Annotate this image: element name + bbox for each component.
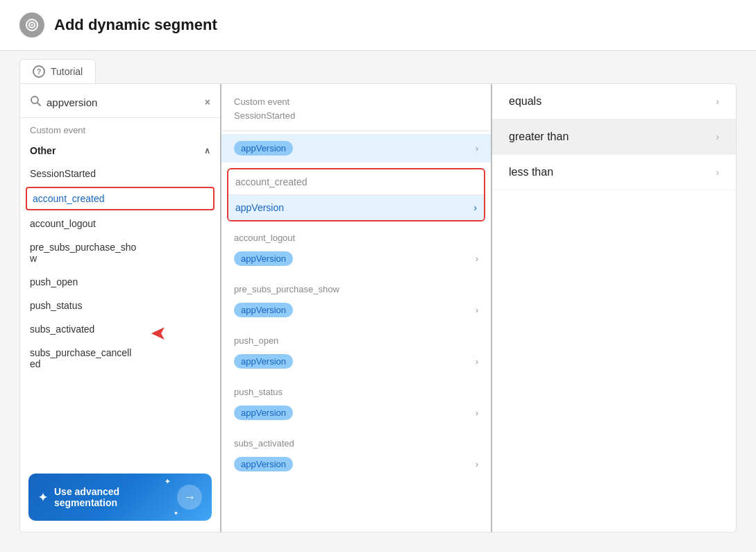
- greater-than-chevron-icon: ›: [716, 131, 719, 142]
- chevron-right-3: ›: [476, 306, 478, 315]
- chevron-right-2: ›: [476, 254, 478, 264]
- appversion-item-1[interactable]: appVersion ›: [221, 134, 491, 162]
- first-appversion-section: appVersion ›: [221, 131, 491, 165]
- tutorial-tab[interactable]: ? Tutorial: [19, 59, 96, 83]
- list-item-subs-purchase[interactable]: subs_purchase_cancelled: [20, 341, 220, 376]
- right-panel: equals › greater than › less than ›: [492, 84, 736, 532]
- header: Add dynamic segment: [0, 0, 756, 51]
- custom-event-label: Custom event: [20, 118, 220, 140]
- chevron-right-highlighted: ›: [473, 202, 477, 213]
- svg-line-4: [37, 103, 40, 106]
- advanced-segmentation-button[interactable]: ✦ Use advancedsegmentation → ✦ ✦: [28, 474, 212, 521]
- appversion-tag-3: appVersion: [234, 303, 293, 317]
- chevron-up-icon[interactable]: ∧: [204, 146, 210, 156]
- help-icon: ?: [33, 65, 45, 78]
- sparkle-bottom-icon: ✦: [174, 510, 178, 517]
- account-created-group-header: account_created: [228, 169, 484, 195]
- search-icon: [30, 95, 41, 109]
- list-item-pre-subs[interactable]: pre_subs_purchase_show: [20, 235, 220, 270]
- tab-bar: ? Tutorial: [0, 51, 756, 83]
- svg-point-2: [31, 24, 33, 26]
- appversion-item-5[interactable]: appVersion ›: [221, 399, 491, 427]
- list-item[interactable]: SessionStarted: [20, 162, 220, 185]
- tab-label: Tutorial: [51, 66, 83, 77]
- equals-item[interactable]: equals ›: [492, 84, 736, 119]
- sparkle-icon: ✦: [38, 491, 47, 504]
- segment-icon: [19, 12, 44, 37]
- equals-label: equals: [509, 95, 541, 108]
- greater-than-label: greater than: [509, 131, 569, 143]
- chevron-right-icon-1: ›: [476, 144, 478, 153]
- push-open-section: push_open appVersion ›: [221, 327, 491, 378]
- chevron-right-4: ›: [476, 357, 478, 367]
- search-input[interactable]: [47, 97, 199, 108]
- appversion-tag-highlighted: appVersion: [235, 202, 284, 213]
- account-logout-section: account_logout appVersion ›: [221, 224, 491, 276]
- appversion-item-highlighted[interactable]: appVersion ›: [228, 195, 484, 220]
- appversion-item-2[interactable]: appVersion ›: [221, 244, 491, 273]
- appversion-item-6[interactable]: appVersion ›: [221, 450, 491, 478]
- main-content: × Custom event Other ∧ SessionStarted ac…: [19, 83, 737, 533]
- list-item-push-status[interactable]: push_status: [20, 294, 220, 317]
- appversion-tag-4: appVersion: [234, 354, 293, 369]
- search-box: ×: [20, 84, 220, 118]
- session-started-label: SessionStarted: [234, 109, 478, 123]
- page-title: Add dynamic segment: [54, 16, 217, 34]
- red-arrow-icon: ➤: [151, 321, 167, 344]
- less-than-item[interactable]: less than ›: [492, 155, 736, 190]
- clear-search-button[interactable]: ×: [205, 97, 210, 108]
- chevron-right-6: ›: [476, 460, 478, 469]
- greater-than-item[interactable]: greater than ›: [492, 119, 736, 155]
- list-item-subs-activated[interactable]: subs_activated: [20, 317, 220, 341]
- appversion-tag-1: appVersion: [234, 141, 293, 156]
- app-container: Add dynamic segment ? Tutorial ×: [0, 0, 756, 552]
- push-status-sublabel: push_status: [221, 381, 491, 399]
- list-item-push-open[interactable]: push_open: [20, 270, 220, 294]
- appversion-tag-5: appVersion: [234, 405, 293, 420]
- custom-event-name: Custom event: [234, 95, 478, 109]
- appversion-item-3[interactable]: appVersion ›: [221, 296, 491, 324]
- other-label: Other: [30, 145, 56, 156]
- custom-event-header: Custom event SessionStarted: [221, 84, 491, 131]
- appversion-item-4[interactable]: appVersion ›: [221, 347, 491, 376]
- chevron-right-5: ›: [476, 408, 478, 418]
- appversion-tag-2: appVersion: [234, 251, 293, 266]
- account-logout-sublabel: account_logout: [221, 227, 491, 244]
- pre-subs-section: pre_subs_purchase_show appVersion ›: [221, 276, 491, 327]
- push-status-section: push_status appVersion ›: [221, 378, 491, 430]
- list-item-account-created[interactable]: account_created: [26, 187, 215, 210]
- sparkle-top-icon: ✦: [165, 478, 170, 485]
- subs-activated-section: subs_activated appVersion ›: [221, 430, 491, 481]
- account-created-group-label: account_created: [235, 176, 308, 187]
- subs-activated-sublabel: subs_activated: [221, 433, 491, 450]
- list-item-account-logout[interactable]: account_logout: [20, 212, 220, 235]
- advanced-btn-label: Use advancedsegmentation: [54, 486, 170, 508]
- middle-panel: Custom event SessionStarted appVersion ›…: [221, 84, 492, 532]
- less-than-label: less than: [509, 166, 553, 178]
- equals-chevron-icon: ›: [716, 96, 719, 107]
- other-section-header: Other ∧: [20, 140, 220, 162]
- arrow-annotation: ➤: [151, 321, 167, 344]
- less-than-chevron-icon: ›: [716, 167, 719, 178]
- push-open-sublabel: push_open: [221, 330, 491, 347]
- advanced-btn-arrow-circle: →: [177, 485, 202, 510]
- pre-subs-sublabel: pre_subs_purchase_show: [221, 278, 491, 296]
- left-panel: × Custom event Other ∧ SessionStarted ac…: [20, 84, 221, 532]
- appversion-tag-6: appVersion: [234, 457, 293, 471]
- account-created-group-box: account_created appVersion ›: [227, 168, 485, 221]
